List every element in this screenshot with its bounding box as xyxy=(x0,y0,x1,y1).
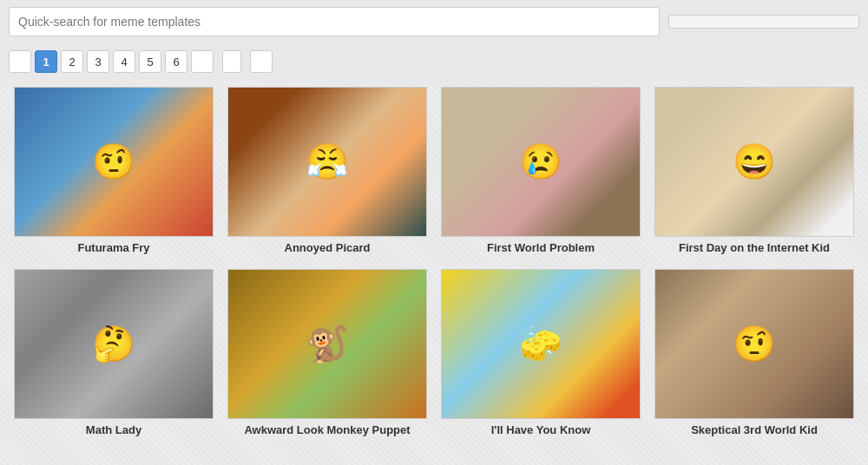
meme-item-annoyed-picard[interactable]: 😤Annoyed Picard xyxy=(220,80,434,262)
latest-button[interactable] xyxy=(250,50,273,73)
meme-label-math-lady: Math Lady xyxy=(86,423,141,438)
meme-figure-first-world-problem: 😢 xyxy=(442,88,640,236)
meme-label-futurama-fry: Futurama Fry xyxy=(77,241,149,256)
meme-thumb-first-day-internet: 😄 xyxy=(654,87,854,237)
meme-item-skeptical-3rd-world[interactable]: 🤨Skeptical 3rd World Kid xyxy=(648,262,861,444)
meme-item-futurama-fry[interactable]: 🤨Futurama Fry xyxy=(7,80,220,262)
meme-label-first-world-problem: First World Problem xyxy=(487,241,595,256)
meme-label-first-day-internet: First Day on the Internet Kid xyxy=(679,241,830,256)
meme-figure-math-lady: 🤔 xyxy=(15,270,213,418)
pagination-page-5[interactable]: 5 xyxy=(139,50,161,73)
view-all-button[interactable] xyxy=(222,50,241,73)
meme-thumb-awkward-monkey: 🐒 xyxy=(227,269,427,419)
meme-label-annoyed-picard: Annoyed Picard xyxy=(285,241,371,256)
meme-thumb-futurama-fry: 🤨 xyxy=(14,87,214,237)
pagination-page-3[interactable]: 3 xyxy=(87,50,109,73)
meme-item-math-lady[interactable]: 🤔Math Lady xyxy=(7,262,220,444)
meme-label-skeptical-3rd-world: Skeptical 3rd World Kid xyxy=(691,423,818,438)
meme-figure-skeptical-3rd-world: 🤨 xyxy=(655,270,853,418)
top-bar xyxy=(0,0,868,43)
pagination-next[interactable] xyxy=(191,50,214,73)
meme-thumb-skeptical-3rd-world: 🤨 xyxy=(654,269,854,419)
pagination-prev[interactable] xyxy=(9,50,31,73)
pagination-page-2[interactable]: 2 xyxy=(61,50,83,73)
meme-grid: 🤨Futurama Fry😤Annoyed Picard😢First World… xyxy=(0,80,868,445)
meme-figure-futurama-fry: 🤨 xyxy=(15,88,213,236)
pagination-page-6[interactable]: 6 xyxy=(165,50,187,73)
search-container xyxy=(9,7,660,36)
search-input[interactable] xyxy=(9,7,660,36)
pagination-page-4[interactable]: 4 xyxy=(113,50,135,73)
meme-label-ill-have-you-know: I'll Have You Know xyxy=(491,423,591,438)
meme-figure-awkward-monkey: 🐒 xyxy=(228,270,426,418)
meme-thumb-ill-have-you-know: 🧽 xyxy=(441,269,641,419)
meme-item-ill-have-you-know[interactable]: 🧽I'll Have You Know xyxy=(434,262,648,444)
meme-item-first-day-internet[interactable]: 😄First Day on the Internet Kid xyxy=(648,80,861,262)
meme-thumb-annoyed-picard: 😤 xyxy=(227,87,427,237)
choose-photo-button[interactable] xyxy=(668,15,859,29)
meme-thumb-math-lady: 🤔 xyxy=(14,269,214,419)
meme-thumb-first-world-problem: 😢 xyxy=(441,87,641,237)
meme-figure-annoyed-picard: 😤 xyxy=(228,88,426,236)
meme-item-awkward-monkey[interactable]: 🐒Awkward Look Monkey Puppet xyxy=(220,262,434,444)
pagination-page-1[interactable]: 1 xyxy=(35,50,57,73)
meme-figure-ill-have-you-know: 🧽 xyxy=(442,270,640,418)
meme-item-first-world-problem[interactable]: 😢First World Problem xyxy=(434,80,648,262)
meme-figure-first-day-internet: 😄 xyxy=(655,88,853,236)
pagination-bar: 1 2 3 4 5 6 xyxy=(0,43,868,80)
meme-label-awkward-monkey: Awkward Look Monkey Puppet xyxy=(244,423,410,438)
